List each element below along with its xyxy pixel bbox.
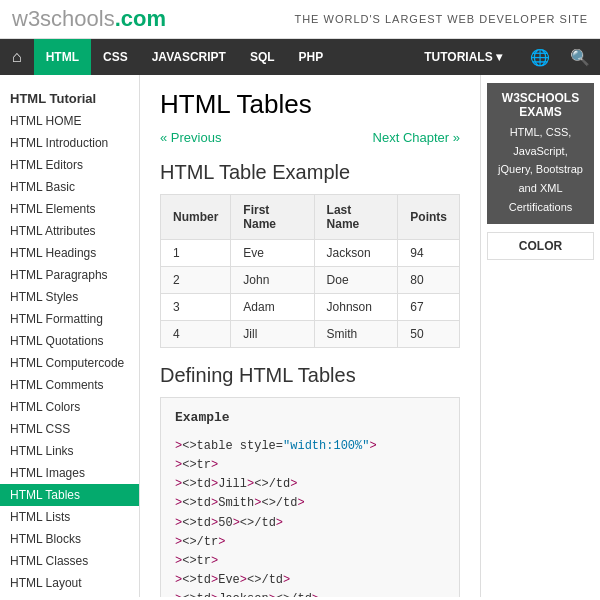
nav-css[interactable]: CSS xyxy=(91,39,140,75)
main-content: HTML Tables « Previous Next Chapter » HT… xyxy=(140,75,480,597)
table-cell: Adam xyxy=(231,294,314,321)
logo-w3: w3schools xyxy=(12,6,115,31)
table-row: 1EveJackson94 xyxy=(161,240,460,267)
page-title: HTML Tables xyxy=(160,89,460,120)
sidebar-item-html-images[interactable]: HTML Images xyxy=(0,462,139,484)
sidebar-item-html-colors[interactable]: HTML Colors xyxy=(0,396,139,418)
code-line: ><>td>50><>/td> xyxy=(175,514,445,533)
promo-items: HTML, CSS, JavaScript, jQuery, Bootstrap… xyxy=(495,123,586,216)
prev-link[interactable]: « Previous xyxy=(160,130,221,145)
sidebar-item-html-attributes[interactable]: HTML Attributes xyxy=(0,220,139,242)
table-cell: 2 xyxy=(161,267,231,294)
table-cell: 50 xyxy=(398,321,460,348)
code-line: ><>tr> xyxy=(175,552,445,571)
table-cell: 80 xyxy=(398,267,460,294)
table-cell: 1 xyxy=(161,240,231,267)
sidebar-item-html-quotations[interactable]: HTML Quotations xyxy=(0,330,139,352)
sidebar-section-title: HTML Tutorial xyxy=(0,83,139,110)
search-icon[interactable]: 🔍 xyxy=(560,39,600,75)
nav-home[interactable]: ⌂ xyxy=(0,39,34,75)
table-cell: 67 xyxy=(398,294,460,321)
main-navbar: ⌂ HTML CSS JAVASCRIPT SQL PHP TUTORIALS … xyxy=(0,39,600,75)
code-line: ><>td>Jill><>/td> xyxy=(175,475,445,494)
table-row: 4JillSmith50 xyxy=(161,321,460,348)
sidebar-item-html-basic[interactable]: HTML Basic xyxy=(0,176,139,198)
code-box-header: Example xyxy=(175,408,445,429)
promo-title: W3SCHOOLS EXAMS xyxy=(495,91,586,119)
sidebar-item-html-links[interactable]: HTML Links xyxy=(0,440,139,462)
table-cell: 3 xyxy=(161,294,231,321)
nav-tutorials[interactable]: TUTORIALS ▾ xyxy=(410,39,516,75)
sidebar-item-html-styles[interactable]: HTML Styles xyxy=(0,286,139,308)
color-box-title: COLOR xyxy=(494,239,587,253)
sidebar-item-html-layout[interactable]: HTML Layout xyxy=(0,572,139,594)
logo-com: .com xyxy=(115,6,166,31)
table-cell: Smith xyxy=(314,321,398,348)
table-row: 3AdamJohnson67 xyxy=(161,294,460,321)
sidebar-item-html-home[interactable]: HTML HOME xyxy=(0,110,139,132)
promo-box[interactable]: W3SCHOOLS EXAMS HTML, CSS, JavaScript, j… xyxy=(487,83,594,224)
site-logo[interactable]: w3schools.com xyxy=(12,6,166,32)
code-line: ><>tr> xyxy=(175,456,445,475)
color-box[interactable]: COLOR xyxy=(487,232,594,260)
code-line: ><>table style="width:100%"> xyxy=(175,437,445,456)
table-cell: Eve xyxy=(231,240,314,267)
nav-javascript[interactable]: JAVASCRIPT xyxy=(140,39,238,75)
site-header: w3schools.com THE WORLD'S LARGEST WEB DE… xyxy=(0,0,600,39)
main-layout: HTML Tutorial HTML HOME HTML Introductio… xyxy=(0,75,600,597)
html-table-example: Number First Name Last Name Points 1EveJ… xyxy=(160,194,460,348)
code-line: ><>/tr> xyxy=(175,533,445,552)
nav-html[interactable]: HTML xyxy=(34,39,91,75)
sidebar: HTML Tutorial HTML HOME HTML Introductio… xyxy=(0,75,140,597)
example-section-title: HTML Table Example xyxy=(160,161,460,184)
table-cell: John xyxy=(231,267,314,294)
sidebar-item-html-tables[interactable]: HTML Tables xyxy=(0,484,139,506)
sidebar-item-html-elements[interactable]: HTML Elements xyxy=(0,198,139,220)
code-example-box: Example ><>table style="width:100%"> ><>… xyxy=(160,397,460,597)
sidebar-item-html-css[interactable]: HTML CSS xyxy=(0,418,139,440)
sidebar-item-html-classes[interactable]: HTML Classes xyxy=(0,550,139,572)
sidebar-item-html-introduction[interactable]: HTML Introduction xyxy=(0,132,139,154)
code-line: ><>td>Jackson><>/td> xyxy=(175,590,445,597)
nav-icons: 🌐 🔍 xyxy=(520,39,600,75)
table-cell: Doe xyxy=(314,267,398,294)
code-line: ><>td>Eve><>/td> xyxy=(175,571,445,590)
right-sidebar: W3SCHOOLS EXAMS HTML, CSS, JavaScript, j… xyxy=(480,75,600,597)
nav-sql[interactable]: SQL xyxy=(238,39,287,75)
table-cell: Jill xyxy=(231,321,314,348)
table-cell: 4 xyxy=(161,321,231,348)
col-first-name: First Name xyxy=(231,195,314,240)
col-last-name: Last Name xyxy=(314,195,398,240)
table-cell: 94 xyxy=(398,240,460,267)
sidebar-item-html-headings[interactable]: HTML Headings xyxy=(0,242,139,264)
nav-php[interactable]: PHP xyxy=(287,39,336,75)
sidebar-item-html-lists[interactable]: HTML Lists xyxy=(0,506,139,528)
col-points: Points xyxy=(398,195,460,240)
sidebar-item-html-computercode[interactable]: HTML Computercode xyxy=(0,352,139,374)
site-tagline: THE WORLD'S LARGEST WEB DEVELOPER SITE xyxy=(294,13,588,25)
sidebar-item-html-paragraphs[interactable]: HTML Paragraphs xyxy=(0,264,139,286)
table-cell: Jackson xyxy=(314,240,398,267)
globe-icon[interactable]: 🌐 xyxy=(520,39,560,75)
sidebar-item-html-formatting[interactable]: HTML Formatting xyxy=(0,308,139,330)
code-line: ><>td>Smith><>/td> xyxy=(175,494,445,513)
table-cell: Johnson xyxy=(314,294,398,321)
code-lines: ><>table style="width:100%"> ><>tr> ><>t… xyxy=(175,437,445,597)
next-link[interactable]: Next Chapter » xyxy=(373,130,460,145)
table-row: 2JohnDoe80 xyxy=(161,267,460,294)
sidebar-item-html-blocks[interactable]: HTML Blocks xyxy=(0,528,139,550)
sidebar-item-html-comments[interactable]: HTML Comments xyxy=(0,374,139,396)
defining-title: Defining HTML Tables xyxy=(160,364,460,387)
chapter-nav: « Previous Next Chapter » xyxy=(160,130,460,145)
sidebar-item-html-editors[interactable]: HTML Editors xyxy=(0,154,139,176)
sidebar-item-html-responsive[interactable]: HTML Responsive xyxy=(0,594,139,597)
col-number: Number xyxy=(161,195,231,240)
